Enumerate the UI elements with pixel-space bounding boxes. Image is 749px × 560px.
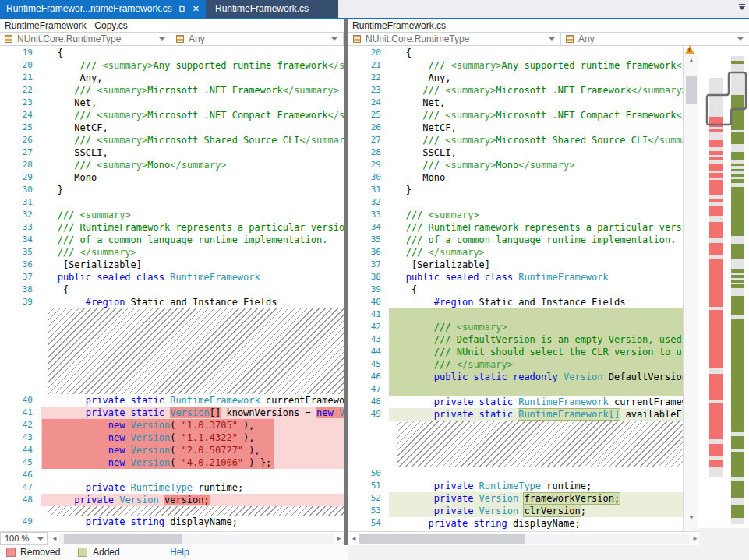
scroll-right-icon[interactable]: ► xyxy=(336,536,342,542)
line-number: 27 xyxy=(348,134,389,146)
diff-gap xyxy=(48,308,344,394)
line-number: 40 xyxy=(348,296,389,308)
line-number: 28 xyxy=(348,146,389,159)
left-member-dropdown[interactable]: Any xyxy=(171,33,344,45)
line-number: 24 xyxy=(348,97,389,109)
code-line: 25 /// <summary>Microsoft .NET Compact F… xyxy=(348,109,683,122)
line-number: 30 xyxy=(0,184,41,196)
code-line: 39 { xyxy=(348,284,683,296)
line-number: 26 xyxy=(348,122,389,134)
line-number: 49 xyxy=(348,408,389,421)
code-line: 35 /// of a common language runtime impl… xyxy=(348,234,683,246)
diff-gap xyxy=(397,421,683,467)
added-label: Added xyxy=(93,547,120,558)
code-line: 46 public static readonly Version Defaul… xyxy=(348,371,683,383)
zoom-level-dropdown[interactable]: 100 % xyxy=(0,532,48,545)
code-line: 45 /// </summary> xyxy=(348,358,683,371)
line-number: 24 xyxy=(0,109,41,122)
horizontal-scrollbar[interactable] xyxy=(59,534,334,544)
line-number: 25 xyxy=(348,109,389,122)
line-number: 47 xyxy=(0,481,41,494)
left-type-dropdown[interactable]: NUnit.Core.RuntimeType xyxy=(0,33,171,45)
line-number: 53 xyxy=(348,505,389,517)
code-line: 34 /// RuntimeFramework represents a par… xyxy=(348,221,683,234)
warning-icon[interactable] xyxy=(685,45,694,54)
left-pane-footer: 100 % ◄ ► xyxy=(0,531,344,545)
scroll-left-icon[interactable]: ◄ xyxy=(351,536,357,542)
right-editor-pane[interactable]: 20 {21 /// <summary>Any supported runtim… xyxy=(348,46,684,532)
code-line: 36 /// </summary> xyxy=(348,246,683,259)
code-line: 29 Mono xyxy=(0,171,344,184)
code-line: 47 private RuntimeType runtime; xyxy=(0,481,344,494)
horizontal-scrollbar[interactable] xyxy=(359,534,690,544)
code-line: 23 /// <summary>Microsoft .NET Framework… xyxy=(348,84,683,97)
scroll-left-icon[interactable]: ◄ xyxy=(51,536,58,542)
removed-swatch xyxy=(6,548,16,557)
left-editor-pane[interactable]: 19 {20 /// <summary>Any supported runtim… xyxy=(0,46,344,531)
tab-label: RuntimeFramewor...ntimeFramework.cs xyxy=(6,3,172,14)
code-line: 33 /// <summary> xyxy=(348,209,683,221)
vertical-scrollbar[interactable]: ▲ ▼ xyxy=(684,55,698,532)
line-number: 25 xyxy=(0,122,41,134)
vertical-scrollbar-thumb[interactable] xyxy=(686,76,697,104)
pin-icon[interactable] xyxy=(177,5,185,13)
chevron-down-icon xyxy=(37,537,44,541)
line-number: 22 xyxy=(0,84,41,97)
code-line: 42 /// <summary> xyxy=(348,321,683,333)
right-file-name: RuntimeFramework.cs xyxy=(352,19,446,32)
line-number: 39 xyxy=(0,296,41,308)
scroll-right-icon[interactable]: ► xyxy=(692,536,698,542)
symbol-icon xyxy=(176,35,184,43)
code-line: 30 Mono xyxy=(348,171,683,184)
scroll-up-icon[interactable]: ▲ xyxy=(688,58,694,64)
symbol-icon xyxy=(353,35,361,43)
tab-runtimeframework[interactable]: RuntimeFramework.cs xyxy=(207,0,338,18)
line-number: 35 xyxy=(348,234,389,246)
line-number: 49 xyxy=(0,516,41,528)
tab-list-caret-icon[interactable] xyxy=(739,6,745,10)
line-number: 42 xyxy=(0,419,41,431)
horizontal-scrollbar-thumb[interactable] xyxy=(359,534,525,544)
code-line: 44 /// NUnit should select the CLR versi… xyxy=(348,346,683,358)
chevron-down-icon xyxy=(159,37,165,41)
symbol-icon xyxy=(566,35,574,43)
line-number: 34 xyxy=(0,234,41,246)
code-line: 27 /// <summary>Microsoft Shared Source … xyxy=(348,134,683,146)
close-icon[interactable]: ✕ xyxy=(193,5,200,13)
line-number: 37 xyxy=(0,271,41,284)
chevron-down-icon xyxy=(737,37,744,41)
tab-diff-document[interactable]: RuntimeFramewor...ntimeFramework.cs ✕ xyxy=(0,0,206,18)
line-number: 41 xyxy=(348,308,389,321)
line-number: 23 xyxy=(0,97,41,109)
code-line: 28 /// <summary>Mono</summary> xyxy=(0,159,344,171)
code-line: 49 private string displayName; xyxy=(0,516,344,528)
line-number: 27 xyxy=(0,146,41,159)
scroll-down-icon[interactable]: ▼ xyxy=(688,515,694,521)
tab-label: RuntimeFramework.cs xyxy=(215,3,309,14)
line-number: 31 xyxy=(0,196,41,209)
line-number: 40 xyxy=(0,394,41,407)
help-link[interactable]: Help xyxy=(170,547,189,558)
line-number: 43 xyxy=(348,333,389,346)
line-number: 19 xyxy=(0,47,41,59)
line-number: 32 xyxy=(0,209,41,221)
line-number: 36 xyxy=(0,259,41,271)
line-number: 44 xyxy=(348,346,389,358)
type-dropdown-value: NUnit.Core.RuntimeType xyxy=(17,33,121,45)
horizontal-scrollbar-thumb[interactable] xyxy=(64,534,182,544)
code-line: 43 /// DefaultVersion is an empty Versio… xyxy=(348,333,683,346)
code-line: 34 /// of a common language runtime impl… xyxy=(0,234,344,246)
line-number: 29 xyxy=(348,159,389,171)
line-number: 29 xyxy=(0,171,41,184)
line-number: 46 xyxy=(348,371,389,383)
code-line: 38 public sealed class RuntimeFramework xyxy=(348,271,683,284)
diff-tool-window: RuntimeFramewor...ntimeFramework.cs ✕ Ru… xyxy=(0,0,749,560)
line-number: 43 xyxy=(0,431,41,444)
code-line: 40 #region Static and Instance Fields xyxy=(348,296,683,308)
right-type-dropdown[interactable]: NUnit.Core.RuntimeType xyxy=(348,33,561,45)
code-line: 43 new Version( "1.1.4322" ), xyxy=(0,431,344,444)
code-line: 31 } xyxy=(348,184,683,196)
line-number: 20 xyxy=(348,47,389,59)
line-number: 54 xyxy=(348,517,389,530)
overview-viewport-indicator[interactable] xyxy=(701,43,749,534)
